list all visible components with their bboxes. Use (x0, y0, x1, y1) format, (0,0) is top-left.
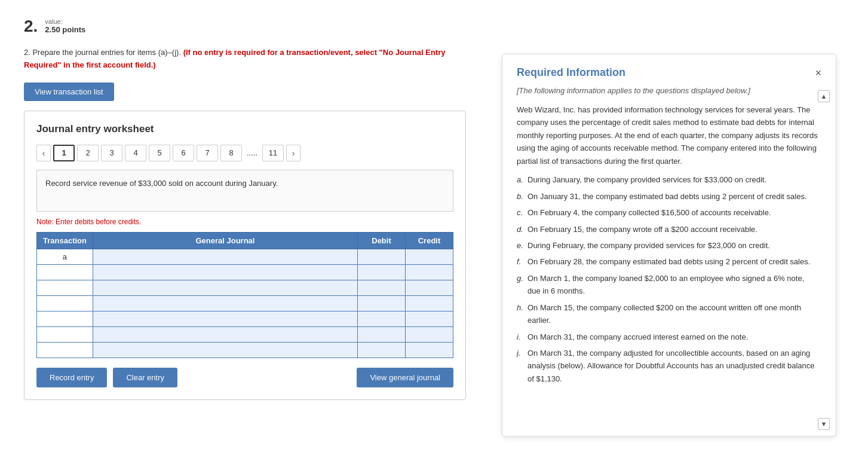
question-header: 2. value: 2.50 points (24, 18, 466, 35)
credit-input-cell-7[interactable] (406, 342, 453, 358)
credit-input-2[interactable] (409, 266, 449, 279)
table-row (37, 295, 453, 311)
debit-input-cell-4[interactable] (358, 295, 406, 311)
question-body: 2. Prepare the journal entries for items… (24, 47, 466, 72)
item-label-b: b. (517, 190, 525, 203)
credit-input-6[interactable] (409, 328, 449, 341)
table-row (37, 311, 453, 326)
tab-6[interactable]: 6 (173, 145, 194, 161)
table-row (37, 342, 453, 358)
info-item-g: g. On March 1, the company loaned $2,000… (517, 272, 819, 298)
scroll-down-button[interactable]: ▼ (818, 418, 830, 430)
info-item-c: c. On February 4, the company collected … (517, 206, 819, 219)
debit-input-cell-6[interactable] (358, 326, 406, 342)
col-transaction: Transaction (37, 232, 93, 249)
debit-input-6[interactable] (361, 328, 401, 341)
credit-input-5[interactable] (409, 313, 449, 325)
item-text-h: On March 15, the company collected $200 … (527, 301, 819, 327)
item-text-d: On February 15, the company wrote off a … (527, 223, 757, 236)
question-meta: value: 2.50 points (45, 18, 85, 34)
credit-input-7[interactable] (409, 344, 449, 356)
item-text-b: On January 31, the company estimated bad… (527, 190, 807, 203)
debit-input-3[interactable] (361, 282, 401, 294)
question-number: 2. (24, 18, 38, 35)
tab-1[interactable]: 1 (53, 145, 75, 161)
debit-input-cell-2[interactable] (358, 264, 406, 280)
table-row (37, 280, 453, 295)
debit-input-4[interactable] (361, 297, 401, 310)
item-text-e: During February, the company provided se… (527, 239, 770, 252)
tab-4[interactable]: 4 (125, 145, 146, 161)
journal-input-cell-4[interactable] (93, 295, 357, 311)
debit-input-2[interactable] (361, 266, 401, 279)
credit-input-3[interactable] (409, 282, 449, 294)
info-subtitle: [The following information applies to th… (517, 86, 819, 95)
info-item-e: e. During February, the company provided… (517, 239, 819, 252)
view-transactions-button[interactable]: View transaction list (24, 83, 114, 101)
journal-input-3[interactable] (97, 282, 354, 294)
transaction-label-a: a (37, 249, 93, 264)
info-panel-close-button[interactable]: × (815, 68, 821, 78)
item-label-d: d. (517, 223, 525, 236)
journal-input-6[interactable] (97, 328, 354, 341)
journal-input-cell-7[interactable] (93, 342, 357, 358)
credit-input-4[interactable] (409, 297, 449, 310)
credit-input-cell-5[interactable] (406, 311, 453, 326)
item-text-g: On March 1, the company loaned $2,000 to… (527, 272, 819, 298)
info-item-i: i. On March 31, the company accrued inte… (517, 331, 819, 343)
tab-prev-arrow[interactable]: ‹ (36, 145, 51, 161)
tab-2[interactable]: 2 (77, 145, 99, 161)
debit-input-cell-3[interactable] (358, 280, 406, 295)
item-text-f: On February 28, the company estimated ba… (527, 255, 810, 268)
item-text-i: On March 31, the company accrued interes… (527, 331, 748, 343)
credit-input-cell-2[interactable] (406, 264, 453, 280)
col-credit: Credit (406, 232, 453, 249)
credit-input-1[interactable] (409, 251, 449, 263)
item-label-f: f. (517, 255, 525, 268)
journal-input-cell-6[interactable] (93, 326, 357, 342)
tab-11[interactable]: 11 (262, 145, 284, 161)
points-value: 2.50 points (45, 25, 85, 34)
journal-input-2[interactable] (97, 266, 354, 279)
journal-input-cell-1[interactable] (93, 249, 357, 264)
credit-input-cell-6[interactable] (406, 326, 453, 342)
value-label: value: (45, 18, 85, 25)
info-panel-title: Required Information (517, 66, 625, 79)
item-label-j: j. (517, 347, 525, 385)
debit-input-cell-1[interactable] (358, 249, 406, 264)
tab-7[interactable]: 7 (197, 145, 218, 161)
credit-input-cell-4[interactable] (406, 295, 453, 311)
record-entry-button[interactable]: Record entry (36, 368, 107, 387)
credit-input-cell-3[interactable] (406, 280, 453, 295)
info-panel-scroll-area[interactable]: [The following information applies to th… (517, 86, 821, 424)
worksheet-title: Journal entry worksheet (36, 123, 453, 135)
transaction-label-6 (37, 326, 93, 342)
item-label-i: i. (517, 331, 525, 343)
debit-input-7[interactable] (361, 344, 401, 356)
debit-input-cell-7[interactable] (358, 342, 406, 358)
journal-input-cell-5[interactable] (93, 311, 357, 326)
info-item-b: b. On January 31, the company estimated … (517, 190, 819, 203)
info-item-d: d. On February 15, the company wrote off… (517, 223, 819, 236)
journal-input-cell-2[interactable] (93, 264, 357, 280)
item-label-e: e. (517, 239, 525, 252)
clear-entry-button[interactable]: Clear entry (113, 368, 177, 387)
item-label-c: c. (517, 206, 525, 219)
item-text-a: During January, the company provided ser… (527, 173, 766, 186)
scroll-up-button[interactable]: ▲ (818, 90, 830, 102)
debit-input-cell-5[interactable] (358, 311, 406, 326)
table-row (37, 264, 453, 280)
tab-3[interactable]: 3 (101, 145, 122, 161)
debit-input-1[interactable] (361, 251, 401, 263)
tab-5[interactable]: 5 (149, 145, 170, 161)
journal-input-5[interactable] (97, 313, 354, 325)
debit-input-5[interactable] (361, 313, 401, 325)
tab-next-arrow[interactable]: › (286, 145, 300, 161)
journal-input-cell-3[interactable] (93, 280, 357, 295)
journal-input-4[interactable] (97, 297, 354, 310)
journal-input-1[interactable] (97, 251, 354, 263)
credit-input-cell-1[interactable] (406, 249, 453, 264)
tab-8[interactable]: 8 (220, 145, 242, 161)
view-general-journal-button[interactable]: View general journal (357, 368, 453, 387)
journal-input-7[interactable] (97, 344, 354, 356)
